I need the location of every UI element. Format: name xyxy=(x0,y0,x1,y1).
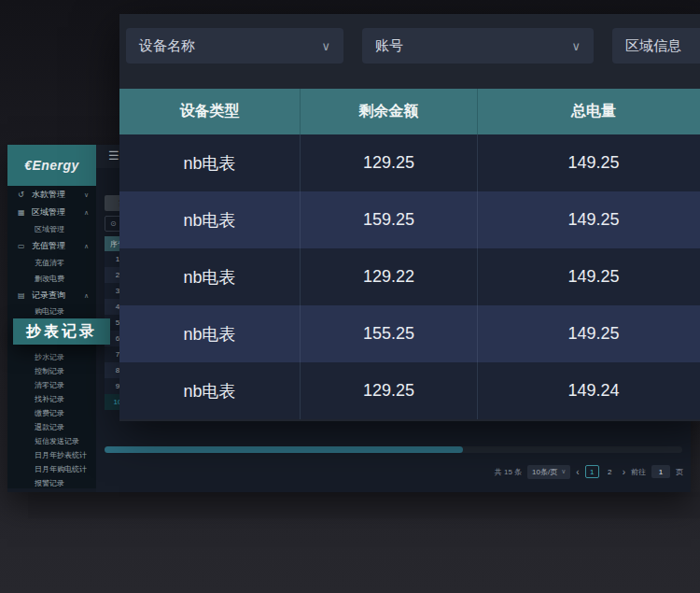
table-row[interactable]: nb电表155.25149.25 xyxy=(119,305,700,362)
column-header: 设备类型 xyxy=(119,89,301,134)
clock-icon: ⊙ xyxy=(110,219,117,228)
column-header: 总电量 xyxy=(478,89,700,134)
table-row[interactable]: nb电表159.25149.25 xyxy=(119,191,700,248)
sidebar-section-label: 区域管理 xyxy=(32,206,79,219)
table-cell: nb电表 xyxy=(119,305,301,362)
pagination-total: 共 15 条 xyxy=(495,467,522,477)
table-cell: 149.24 xyxy=(478,362,700,419)
filter-label: 账号 xyxy=(375,37,403,55)
sidebar-item[interactable]: 报警记录 xyxy=(7,476,96,488)
sidebar-section-1[interactable]: ▦区域管理∧ xyxy=(7,204,96,221)
page-number-button[interactable]: 2 xyxy=(603,465,617,478)
sidebar: €Energy ↺水款管理∨▦区域管理∧区域管理▭充值管理∧充值清零删改电费▤记… xyxy=(7,145,96,488)
page-number-button-current[interactable]: 1 xyxy=(585,465,599,478)
filter-select-2[interactable]: 区域信息 xyxy=(612,28,700,64)
sidebar-section-label: 充值管理 xyxy=(32,240,79,252)
sidebar-section-2[interactable]: ▭充值管理∧ xyxy=(7,237,96,255)
table-cell: 159.25 xyxy=(301,191,478,248)
payment-icon: ↺ xyxy=(18,191,27,199)
horizontal-scrollbar-thumb[interactable] xyxy=(105,446,463,453)
chevron-up-icon: ∧ xyxy=(84,243,89,250)
sidebar-item[interactable]: 购电记录 xyxy=(7,304,96,318)
brand-logo: €Energy xyxy=(7,145,96,186)
sidebar-item[interactable]: 找补记录 xyxy=(7,392,96,406)
horizontal-scrollbar-track[interactable] xyxy=(105,446,682,453)
sidebar-item[interactable]: 清零记录 xyxy=(7,378,96,392)
chevron-up-icon: ∧ xyxy=(84,292,89,300)
filter-bar: 设备名称∨账号∨区域信息 xyxy=(126,28,700,64)
page-size-select[interactable]: 10条/页 ∨ xyxy=(527,465,570,479)
page-background: ☰ €Energy ↺水款管理∨▦区域管理∧区域管理▭充值管理∧充值清零删改电费… xyxy=(0,0,700,593)
page-size-value: 10条/页 xyxy=(532,467,557,477)
sidebar-item[interactable]: 抄水记录 xyxy=(7,350,96,364)
page-lower-strip xyxy=(28,492,700,518)
sidebar-item[interactable]: 区域管理 xyxy=(7,221,96,237)
filter-select-0[interactable]: 设备名称∨ xyxy=(126,28,343,64)
table-row[interactable]: nb电表129.22149.25 xyxy=(119,248,700,305)
chevron-up-icon: ∧ xyxy=(84,209,89,217)
table-cell: 155.25 xyxy=(301,305,478,362)
sidebar-item[interactable]: 日月年抄表统计 xyxy=(7,448,96,462)
chevron-down-icon: ∨ xyxy=(571,39,581,53)
device-table-body: nb电表129.25149.25nb电表159.25149.25nb电表129.… xyxy=(119,134,700,419)
sidebar-item[interactable]: 缴费记录 xyxy=(7,406,96,420)
table-cell: nb电表 xyxy=(119,134,301,191)
table-row[interactable]: nb电表129.25149.24 xyxy=(119,362,700,419)
chevron-down-icon: ∨ xyxy=(321,39,330,53)
table-cell: nb电表 xyxy=(119,191,301,248)
sidebar-item[interactable]: 退款记录 xyxy=(7,420,96,434)
filter-label: 区域信息 xyxy=(625,37,681,55)
table-cell: 149.25 xyxy=(478,248,700,305)
goto-suffix-label: 页 xyxy=(676,467,683,477)
column-header: 剩余金额 xyxy=(301,89,478,134)
device-table: 设备类型剩余金额总电量 nb电表129.25149.25nb电表159.2514… xyxy=(119,89,700,419)
table-cell: 129.25 xyxy=(301,362,478,419)
sidebar-section-label: 水款管理 xyxy=(32,189,79,201)
sidebar-section-label: 记录查询 xyxy=(32,289,79,302)
table-cell: 129.22 xyxy=(301,248,478,305)
pagination-pages: 12 xyxy=(585,465,617,478)
chevron-down-icon: ∨ xyxy=(84,191,89,199)
device-table-header-row: 设备类型剩余金额总电量 xyxy=(119,89,700,134)
filter-select-1[interactable]: 账号∨ xyxy=(362,28,594,64)
next-page-button[interactable]: › xyxy=(623,467,625,477)
table-cell: nb电表 xyxy=(119,362,301,419)
sidebar-item[interactable]: 删改电费 xyxy=(7,271,96,287)
table-cell: 149.25 xyxy=(478,305,700,362)
region-icon: ▦ xyxy=(18,208,27,217)
sidebar-item[interactable]: 控制记录 xyxy=(7,364,96,378)
selected-menu-item-meter-records[interactable]: 抄表记录 xyxy=(13,318,110,345)
table-cell: 149.25 xyxy=(478,134,700,191)
goto-page-input[interactable]: 1 xyxy=(651,465,670,478)
hamburger-menu-icon[interactable]: ☰ xyxy=(108,148,119,163)
sidebar-section-3[interactable]: ▤记录查询∧ xyxy=(7,287,96,304)
goto-label: 前往 xyxy=(631,467,646,477)
filter-label: 设备名称 xyxy=(139,37,195,55)
sidebar-section-0[interactable]: ↺水款管理∨ xyxy=(7,186,96,204)
table-cell: 129.25 xyxy=(301,134,478,191)
chevron-down-icon: ∨ xyxy=(561,468,566,475)
table-cell: nb电表 xyxy=(119,248,301,305)
sidebar-item[interactable]: 短信发送记录 xyxy=(7,434,96,448)
recharge-icon: ▭ xyxy=(18,242,27,250)
table-panel: 设备名称∨账号∨区域信息 设备类型剩余金额总电量 nb电表129.25149.2… xyxy=(119,14,700,421)
table-cell: 149.25 xyxy=(478,191,700,248)
prev-page-button[interactable]: ‹ xyxy=(576,467,579,477)
sidebar-item[interactable]: 日月年购电统计 xyxy=(7,462,96,476)
records-icon: ▤ xyxy=(18,291,27,300)
sidebar-item[interactable]: 充值清零 xyxy=(7,255,96,271)
table-row[interactable]: nb电表129.25149.25 xyxy=(119,134,700,191)
pagination: 共 15 条 10条/页 ∨ ‹ 12 › 前往 1 页 xyxy=(495,463,683,480)
